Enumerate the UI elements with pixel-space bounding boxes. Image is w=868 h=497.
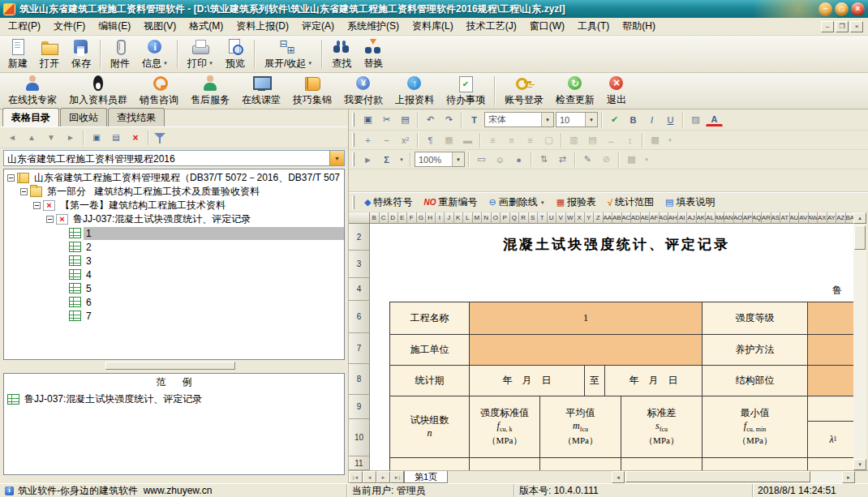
cell-std-header[interactable]: 强度标准值 fcu, k （MPa） <box>470 396 540 458</box>
toolbar-new-button[interactable]: 新建 <box>2 37 33 71</box>
tree-item-4[interactable]: 1 <box>4 226 344 240</box>
catalog-tab-2[interactable]: 查找结果 <box>108 108 165 126</box>
column-header-AF[interactable]: AF <box>650 212 660 224</box>
copy-icon[interactable]: ▣ <box>359 112 376 128</box>
toolbar-expand-button[interactable]: 展开/收起▼ <box>259 37 318 71</box>
text-style-icon[interactable]: T <box>466 112 483 128</box>
bold-icon[interactable]: B <box>625 112 642 128</box>
merge-cells-icon[interactable]: ▬ <box>459 132 476 148</box>
cell-lambda-column[interactable]: λ1 <box>808 396 853 458</box>
column-header-AT[interactable]: AT <box>780 212 790 224</box>
toolbar-attach-button[interactable]: 附件 <box>105 37 135 71</box>
emoticon-icon[interactable]: ☺ <box>492 152 509 168</box>
catalog-tab-1[interactable]: 回收站 <box>60 108 107 126</box>
shading-icon[interactable]: ▨ <box>687 112 704 128</box>
first-sheet-button[interactable]: |◄ <box>349 471 363 483</box>
column-header-H[interactable]: H <box>426 212 436 224</box>
special-stat-range-button[interactable]: √统计范围 <box>603 194 659 211</box>
align-right-icon[interactable]: ≡ <box>522 132 539 148</box>
toolbar-replace-button[interactable]: 替换 <box>358 37 389 71</box>
tree-item-7[interactable]: 4 <box>4 268 344 281</box>
toolbar-save-button[interactable]: 保存 <box>66 37 97 71</box>
toolbar-open-button[interactable]: 打开 <box>34 37 65 71</box>
column-header-AP[interactable]: AP <box>743 212 753 224</box>
toolbar-tips-button[interactable]: 技巧集锦 <box>287 74 337 108</box>
scroll-up-icon[interactable]: ▲ <box>853 212 866 224</box>
column-header-AS[interactable]: AS <box>771 212 781 224</box>
column-header-O[interactable]: O <box>492 212 501 224</box>
toolbar-exit-button[interactable]: 退出 <box>601 74 632 108</box>
prev-sheet-button[interactable]: ◄ <box>363 471 376 483</box>
column-header-AR[interactable]: AR <box>762 212 771 224</box>
menu-item-12[interactable]: 帮助(H) <box>616 17 662 36</box>
row-header-4[interactable]: 4 <box>349 278 370 301</box>
cell-empty[interactable] <box>390 458 470 470</box>
menu-item-5[interactable]: 资料上报(D) <box>230 17 295 36</box>
sort-horizontal-icon[interactable]: ⇄ <box>554 152 571 168</box>
cells-icon[interactable]: ▦ <box>440 132 458 148</box>
dropdown-arrow-icon[interactable]: ▼ <box>452 152 464 166</box>
toolbar-upload-button[interactable]: 上报资料 <box>389 74 440 108</box>
paste-form-button[interactable]: ▤ <box>107 130 125 146</box>
mdi-restore-button[interactable]: ❐ <box>836 21 849 32</box>
tree-item-10[interactable]: 7 <box>4 309 344 323</box>
tree-item-0[interactable]: 山东省建筑工程施工资料管理规程（DB37/T 5072－2016、DB37/T … <box>4 171 344 185</box>
toolbar-find-button[interactable]: 查找 <box>326 37 357 71</box>
column-header-E[interactable]: E <box>398 212 408 224</box>
scrollbar-thumb[interactable] <box>625 471 810 482</box>
select-all-corner[interactable] <box>349 212 370 224</box>
scroll-left-icon[interactable]: ◄ <box>612 471 625 483</box>
col-width-icon[interactable]: ↔ <box>603 132 620 148</box>
special-strike-button[interactable]: ⊖画删除线▼ <box>483 194 549 211</box>
column-header-I[interactable]: I <box>436 212 445 224</box>
toolbar-classroom-button[interactable]: 在线课堂 <box>236 74 286 108</box>
toolbar-update-button[interactable]: 检查更新 <box>550 74 600 108</box>
cell-empty[interactable] <box>808 458 853 470</box>
row-header-3[interactable]: 3 <box>349 251 370 278</box>
toolbar-login-button[interactable]: 账号登录 <box>499 74 549 108</box>
column-header-AL[interactable]: AL <box>706 212 715 224</box>
nav-forward-button[interactable]: ► <box>62 130 79 146</box>
scrollbar-track[interactable] <box>625 471 842 483</box>
copy-form-button[interactable]: ▣ <box>88 130 105 146</box>
column-header-BA[interactable]: BA <box>846 212 854 224</box>
column-header-AA[interactable]: AA <box>604 212 613 224</box>
row-header-6[interactable]: 6 <box>349 301 370 333</box>
italic-icon[interactable]: I <box>643 112 660 128</box>
column-header-S[interactable]: S <box>529 212 539 224</box>
borders-icon[interactable]: ▢ <box>540 132 557 148</box>
row-header-2[interactable]: 2 <box>349 224 370 251</box>
column-header-K[interactable]: K <box>454 212 464 224</box>
cell-date-to[interactable]: 年 月 日 <box>605 366 703 396</box>
column-header-Z[interactable]: Z <box>594 212 604 224</box>
menu-item-4[interactable]: 格式(M) <box>183 17 230 36</box>
close-button[interactable]: × <box>851 2 865 16</box>
cell-grade-label[interactable]: 强度等级 <box>703 302 808 335</box>
column-header-AK[interactable]: AK <box>697 212 707 224</box>
column-header-AX[interactable]: AX <box>818 212 827 224</box>
column-header-AB[interactable]: AB <box>612 212 622 224</box>
filter-icon[interactable] <box>153 131 169 145</box>
delete-form-button[interactable]: × <box>127 130 144 146</box>
column-header-AI[interactable]: AI <box>678 212 688 224</box>
column-header-AE[interactable]: AE <box>641 212 651 224</box>
next-sheet-button[interactable]: ► <box>376 471 390 483</box>
menu-item-8[interactable]: 资料库(L) <box>406 17 460 36</box>
column-header-AM[interactable]: AM <box>715 212 725 224</box>
cell-curing-label[interactable]: 养护方法 <box>703 335 808 366</box>
cell-empty[interactable] <box>703 458 808 470</box>
catalog-tab-0[interactable]: 表格目录 <box>2 108 59 126</box>
minimize-button[interactable]: – <box>819 2 832 16</box>
tree-item-1[interactable]: 第一部分 建筑结构工程施工技术及质量验收资料 <box>4 185 344 199</box>
nav-back-button[interactable]: ◄ <box>3 130 21 146</box>
nav-up-button[interactable]: ▲ <box>23 130 41 146</box>
tree-horizontal-scrollbar[interactable] <box>3 362 345 371</box>
sum-icon[interactable]: Σ <box>378 152 395 168</box>
lock-icon[interactable]: ● <box>510 152 527 168</box>
row-header-11[interactable]: 11 <box>349 456 370 470</box>
column-header-AV[interactable]: AV <box>799 212 809 224</box>
cell-contractor-label[interactable]: 施工单位 <box>390 335 470 366</box>
column-header-F[interactable]: F <box>407 212 417 224</box>
form-code-cell[interactable]: 鲁 <box>832 284 842 298</box>
menu-item-2[interactable]: 编辑(E) <box>92 17 137 36</box>
